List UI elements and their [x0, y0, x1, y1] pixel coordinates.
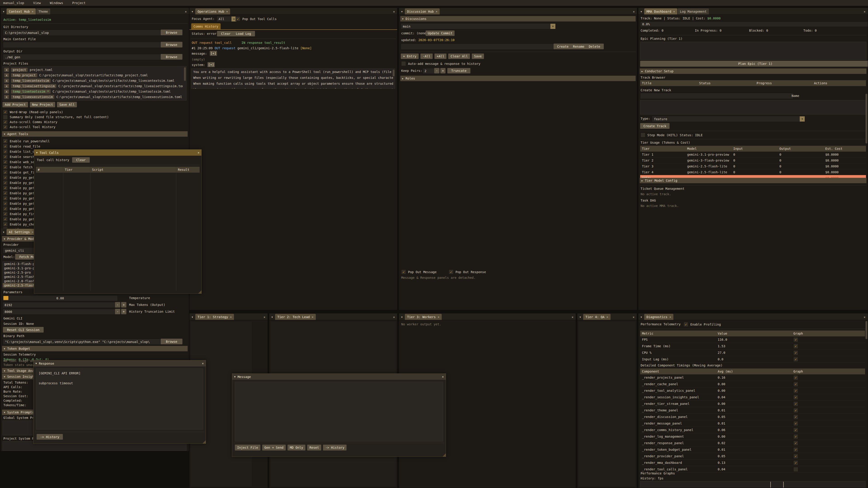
- resize-grip-icon[interactable]: [198, 290, 202, 293]
- response-text-box[interactable]: [GEMINI_CLI API ERROR] subprocess timeou…: [36, 368, 203, 429]
- graph-checkbox[interactable]: ✓: [794, 401, 798, 406]
- project-action-button[interactable]: Save All: [57, 102, 76, 107]
- checkbox[interactable]: ✓: [3, 110, 8, 115]
- graph-checkbox[interactable]: ✓: [794, 467, 798, 472]
- checkbox[interactable]: ✓: [3, 175, 8, 180]
- close-icon[interactable]: ✕: [32, 10, 33, 13]
- remove-file-button[interactable]: x: [4, 73, 9, 77]
- tab-log-management[interactable]: Log Management: [678, 8, 709, 14]
- tier-usage-row[interactable]: Tier 1 gemini-3.1-pro-preview 0 0 $0.000…: [640, 152, 866, 158]
- truncate-button[interactable]: Truncate: [447, 68, 470, 73]
- project-file-name[interactable]: temp_liveaisettingssim: [11, 84, 56, 88]
- system-box-scrollbar[interactable]: [393, 70, 395, 76]
- close-icon[interactable]: ✕: [230, 315, 232, 319]
- load-log-button[interactable]: Load Log: [232, 31, 255, 36]
- menu-item-windows[interactable]: Windows: [50, 1, 63, 5]
- epic-planning-input[interactable]: [640, 42, 866, 60]
- graph-checkbox[interactable]: ✓: [794, 382, 798, 387]
- checkbox[interactable]: ✓: [641, 133, 645, 137]
- checkbox[interactable]: ✓: [3, 170, 8, 175]
- history-limit-input[interactable]: 8000: [2, 309, 118, 315]
- panel-close-icon[interactable]: ✕: [391, 8, 397, 14]
- column-header[interactable]: Tier: [65, 168, 92, 171]
- checkbox[interactable]: ✓: [3, 154, 8, 159]
- dock-collapse-icon[interactable]: ▼: [189, 314, 195, 320]
- column-header[interactable]: Model: [687, 147, 733, 151]
- discussion-branch-combo[interactable]: main▼: [401, 23, 556, 29]
- column-header[interactable]: Component: [642, 369, 718, 373]
- mma-scrollbar[interactable]: [866, 94, 867, 143]
- message-action-button[interactable]: Reset: [307, 445, 321, 451]
- popout-toolcalls-option[interactable]: ✓ Pop Out Tool Calls: [236, 17, 277, 21]
- column-header[interactable]: Status: [699, 81, 756, 85]
- tier-usage-row[interactable]: Tier 3 gemini-2.5-flash-lite 0 0 $0.0000: [640, 163, 866, 169]
- max-tokens-minus-button[interactable]: -: [115, 302, 120, 307]
- context-option-row[interactable]: ✓ Summary Only (send file structure, not…: [3, 115, 109, 120]
- history-action-button[interactable]: Clear All: [448, 54, 470, 59]
- panel-close-icon[interactable]: ✕: [631, 8, 637, 14]
- column-header[interactable]: Result: [178, 168, 198, 171]
- tab-theme[interactable]: Theme: [36, 8, 50, 14]
- column-header[interactable]: Script: [92, 168, 178, 171]
- checkbox[interactable]: ✓: [3, 149, 8, 154]
- column-header[interactable]: Avg (ms): [718, 369, 794, 373]
- panel-close-icon[interactable]: ✕: [862, 314, 868, 320]
- checkbox[interactable]: ✓: [401, 61, 406, 66]
- close-icon[interactable]: ✕: [670, 315, 671, 319]
- collapse-arrow-icon[interactable]: ▼: [234, 376, 236, 378]
- temperature-slider[interactable]: 0.00: [2, 295, 118, 301]
- track-name-input[interactable]: [640, 93, 794, 99]
- dock-collapse-icon[interactable]: ▼: [638, 314, 644, 320]
- checkbox[interactable]: ✓: [401, 269, 406, 274]
- panel-close-icon[interactable]: ✕: [569, 314, 576, 320]
- checkbox[interactable]: ✓: [3, 125, 8, 129]
- checkbox[interactable]: ✓: [3, 144, 8, 149]
- graph-checkbox[interactable]: ✓: [794, 441, 798, 446]
- remove-file-button[interactable]: x: [4, 84, 9, 88]
- tab-tier4[interactable]: Tier 4: QA✕: [583, 314, 611, 320]
- response-titlebar[interactable]: ▼ Response ✕: [33, 360, 206, 366]
- project-file-row[interactable]: x temp_livecontextsim C:\projects\manual…: [4, 78, 183, 84]
- dock-collapse-icon[interactable]: ▼: [399, 314, 405, 320]
- column-header[interactable]: Graph: [794, 332, 863, 335]
- main-context-browse-button[interactable]: Browse: [161, 42, 182, 47]
- column-header[interactable]: Title: [642, 81, 699, 85]
- message-action-button[interactable]: Gen + Send: [262, 445, 286, 451]
- graph-checkbox[interactable]: ✓: [794, 375, 798, 380]
- graph-checkbox[interactable]: ✓: [794, 428, 798, 432]
- panel-close-icon[interactable]: ✕: [183, 8, 189, 14]
- column-header[interactable]: Progress: [756, 81, 814, 85]
- graph-checkbox[interactable]: ✓: [794, 447, 798, 452]
- close-icon[interactable]: ✕: [673, 10, 675, 13]
- history-action-button[interactable]: -All: [421, 54, 433, 59]
- checkbox[interactable]: ✓: [684, 322, 688, 327]
- tab-tier3[interactable]: Tier 3: Workers✕: [405, 314, 442, 320]
- popout-response-option[interactable]: ✓ Pop Out Response: [449, 269, 486, 274]
- project-file-name[interactable]: temp_liveexecutionsim: [11, 95, 54, 99]
- project-file-row[interactable]: x temp_project C:\projects\manual_slop\t…: [4, 72, 183, 78]
- delete-discussion-button[interactable]: Delete: [585, 43, 604, 49]
- close-icon[interactable]: ✕: [312, 315, 313, 319]
- dock-collapse-icon[interactable]: ▼: [269, 314, 275, 320]
- checkbox[interactable]: ✓: [3, 115, 8, 120]
- resize-grip-icon[interactable]: [203, 440, 206, 444]
- panel-close-icon[interactable]: ✕: [261, 314, 268, 320]
- autoadd-option[interactable]: ✓ Auto-add message & response to history: [401, 61, 480, 66]
- tier-usage-row[interactable]: Tier 2 gemini-3-flash-preview 0 0 $0.000…: [640, 158, 866, 163]
- checkbox[interactable]: ✓: [236, 17, 240, 21]
- popout-message-option[interactable]: ✓ Pop Out Message: [401, 269, 436, 274]
- project-file-row[interactable]: x temp_livetoolssim * C:\projects\manual…: [4, 89, 183, 94]
- collapse-arrow-icon[interactable]: ▼: [35, 362, 37, 365]
- close-icon[interactable]: ✕: [32, 230, 33, 234]
- main-context-file-input[interactable]: [3, 42, 163, 48]
- context-option-row[interactable]: ✓ Word-Wrap (Read-only panels): [3, 109, 109, 115]
- create-track-button[interactable]: Create Track: [640, 123, 670, 129]
- message-action-button[interactable]: Inject File: [235, 445, 260, 451]
- project-action-button[interactable]: New Project: [30, 102, 55, 107]
- tab-mma-dashboard[interactable]: MMA Dashboard✕: [644, 8, 677, 14]
- checkbox[interactable]: ✓: [3, 186, 8, 190]
- column-header[interactable]: Graph: [794, 369, 863, 373]
- remove-file-button[interactable]: x: [4, 90, 9, 94]
- context-option-row[interactable]: ✓ Auto-scroll Comms History: [3, 120, 109, 125]
- remove-file-button[interactable]: x: [4, 95, 9, 99]
